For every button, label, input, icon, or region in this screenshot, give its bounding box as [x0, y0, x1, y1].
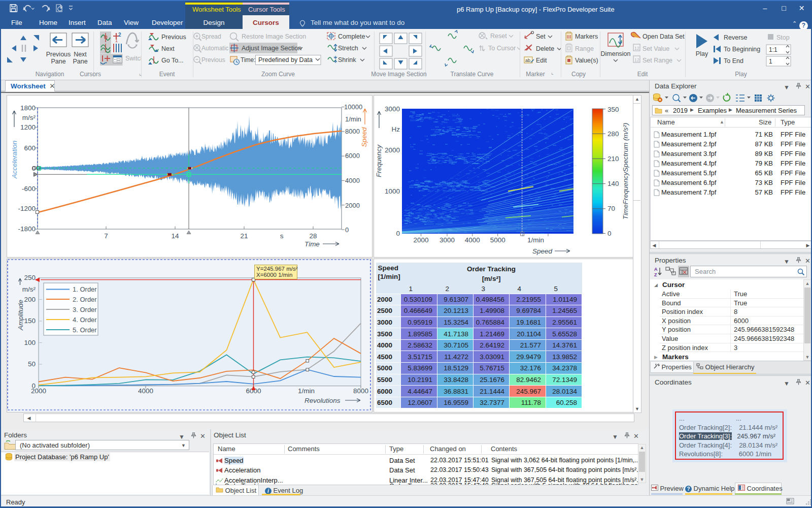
svg-text:-1800: -1800	[18, 225, 36, 233]
svg-text:1:1: 1:1	[769, 46, 777, 53]
svg-text:3. Order: 3. Order	[73, 306, 97, 313]
svg-text:6000: 6000	[345, 152, 360, 160]
svg-text:Automatic: Automatic	[201, 45, 228, 52]
svg-text:5. Order: 5. Order	[73, 326, 97, 334]
svg-text:Revolutions: Revolutions	[304, 397, 341, 404]
svg-text:0: 0	[607, 230, 612, 237]
svg-text:To Cursor: To Cursor	[488, 45, 516, 52]
svg-text:Previous: Previous	[46, 51, 71, 58]
svg-text:Stop: Stop	[776, 34, 790, 41]
svg-text:210: 210	[607, 155, 619, 163]
svg-text:Restore Image Section: Restore Image Section	[242, 33, 306, 40]
svg-text:Acceleration: Acceleration	[11, 141, 18, 179]
svg-text:150: 150	[24, 317, 36, 325]
svg-text:-1200: -1200	[18, 205, 36, 212]
svg-text:Set: Set	[536, 33, 546, 40]
svg-text:Reverse: Reverse	[724, 34, 748, 41]
svg-text:s: s	[280, 232, 284, 240]
svg-text:Markers: Markers	[575, 33, 598, 40]
svg-text:Shrink: Shrink	[338, 56, 356, 64]
svg-text:Time:: Time:	[241, 56, 256, 64]
svg-text:1200: 1200	[20, 123, 36, 131]
svg-text:Reset: Reset	[490, 33, 507, 40]
svg-text:5000: 5000	[490, 236, 505, 244]
svg-text:Spread: Spread	[201, 33, 221, 40]
svg-text:12: 12	[634, 57, 639, 62]
svg-text:ab: ab	[525, 58, 530, 63]
svg-text:8000: 8000	[345, 128, 360, 135]
svg-text:1800: 1800	[20, 104, 36, 112]
svg-text:Pane: Pane	[73, 58, 87, 65]
svg-text:200: 200	[24, 296, 36, 303]
svg-text:2000: 2000	[385, 146, 400, 154]
svg-text:TimeFrequencySpectrum (m/s²): TimeFrequencySpectrum (m/s²)	[622, 123, 629, 219]
svg-text:Speed: Speed	[360, 127, 368, 147]
svg-text:4000: 4000	[465, 236, 480, 244]
svg-text:3000: 3000	[385, 105, 400, 113]
svg-text:Y=245.967 m/s²: Y=245.967 m/s²	[256, 266, 298, 272]
svg-text:Next: Next	[161, 45, 175, 52]
svg-text:Speed: Speed	[532, 247, 553, 255]
svg-text:Next: Next	[74, 51, 87, 58]
svg-text:1: 1	[769, 58, 772, 65]
svg-text:Z: Z	[654, 272, 657, 277]
svg-text:1. Order: 1. Order	[73, 285, 97, 293]
svg-text:Stretch: Stretch	[338, 45, 358, 52]
svg-text:3000: 3000	[439, 236, 455, 244]
svg-text:12: 12	[634, 46, 639, 51]
svg-text:Previous: Previous	[161, 34, 186, 41]
svg-text:100: 100	[24, 339, 36, 346]
svg-text:Set Value: Set Value	[642, 45, 669, 52]
svg-text:1/min: 1/min	[345, 115, 361, 123]
svg-text:Time: Time	[304, 240, 320, 248]
svg-text:A: A	[654, 267, 658, 272]
svg-text:To End: To End	[724, 57, 743, 65]
svg-text:-600: -600	[22, 185, 36, 193]
svg-text:Go To...: Go To...	[161, 57, 184, 64]
svg-text:Frequency: Frequency	[375, 144, 383, 177]
svg-text:Adjust Image Section: Adjust Image Section	[242, 45, 301, 52]
svg-text:14: 14	[171, 232, 179, 240]
svg-text:140: 140	[607, 180, 619, 187]
svg-text:Value(s): Value(s)	[575, 57, 598, 64]
svg-text:Switch: Switch	[125, 55, 141, 62]
svg-text:Delete: Delete	[536, 45, 554, 52]
svg-text:21: 21	[240, 232, 248, 240]
svg-text:1000: 1000	[385, 187, 400, 195]
svg-text:1/min: 1/min	[527, 236, 544, 244]
svg-text:Edit: Edit	[536, 57, 547, 64]
svg-text:Set Range: Set Range	[642, 57, 672, 64]
svg-text:1/min: 1/min	[298, 387, 315, 395]
svg-text:7: 7	[104, 232, 108, 240]
svg-text:Range: Range	[575, 45, 594, 52]
svg-text:50: 50	[28, 360, 36, 368]
svg-text:0: 0	[345, 226, 349, 234]
svg-text:350: 350	[607, 106, 619, 113]
svg-text:Pane: Pane	[51, 58, 65, 65]
svg-text:To Beginning: To Beginning	[724, 46, 760, 53]
svg-text:2000: 2000	[414, 236, 429, 244]
svg-text:Amplitude: Amplitude	[17, 300, 24, 331]
svg-text:250: 250	[24, 274, 36, 281]
svg-text:m/s²: m/s²	[22, 114, 36, 121]
svg-text:Open Data Set: Open Data Set	[642, 33, 685, 40]
svg-text:10000: 10000	[344, 103, 362, 111]
svg-text:Complete: Complete	[338, 33, 365, 40]
svg-text:28: 28	[309, 232, 317, 240]
svg-text:Previous: Previous	[201, 56, 225, 64]
svg-text:2000: 2000	[345, 202, 360, 209]
svg-text:X=6000 1/min: X=6000 1/min	[256, 272, 292, 278]
svg-text:0: 0	[396, 230, 400, 237]
svg-text:Predefined by Data: Predefined by Data	[258, 56, 313, 64]
svg-text:600: 600	[24, 144, 36, 152]
svg-text:m/s²: m/s²	[22, 285, 36, 293]
svg-text:Play: Play	[696, 50, 708, 57]
svg-text:4000: 4000	[345, 177, 360, 184]
svg-text:4. Order: 4. Order	[73, 316, 97, 324]
svg-text:1: 1	[115, 38, 118, 43]
svg-text:Hz: Hz	[392, 125, 400, 133]
svg-text:2: 2	[118, 32, 121, 38]
svg-text:280: 280	[607, 130, 619, 138]
svg-text:2. Order: 2. Order	[73, 296, 97, 303]
svg-text:Dimension: Dimension	[600, 50, 630, 57]
